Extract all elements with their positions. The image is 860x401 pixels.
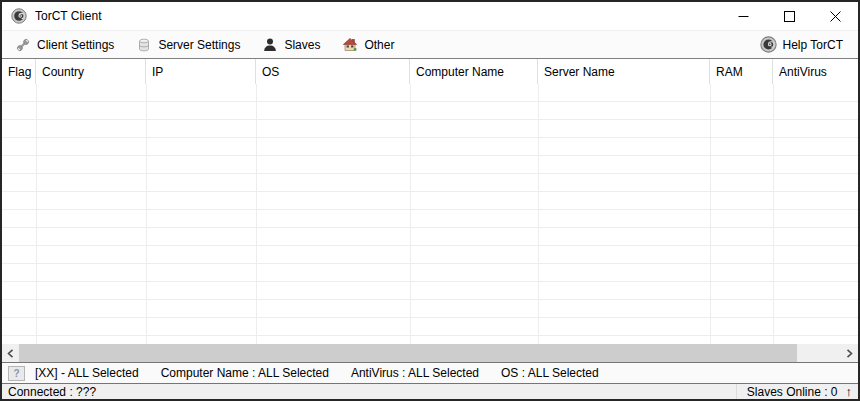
column-gridline: [146, 84, 147, 344]
torct-logo-icon: [11, 8, 27, 24]
slaves-online-count: Slaves Online : 0: [747, 385, 838, 399]
connected-status: Connected : ???: [8, 385, 96, 399]
help-torct-button[interactable]: Help TorCT: [753, 33, 850, 56]
other-label: Other: [364, 38, 394, 52]
column-gridline: [410, 84, 411, 344]
window-title: TorCT Client: [35, 9, 101, 23]
filter-xx: [XX] - ALL Selected: [35, 366, 139, 380]
server-settings-label: Server Settings: [158, 38, 240, 52]
other-button[interactable]: Other: [335, 34, 401, 56]
close-button[interactable]: [812, 2, 858, 30]
window-controls: [720, 2, 858, 30]
filter-os: OS : ALL Selected: [501, 366, 599, 380]
maximize-button[interactable]: [766, 2, 812, 30]
table-header: Flag Country IP OS Computer Name Server …: [2, 59, 858, 84]
column-gridline: [538, 84, 539, 344]
database-icon: [136, 37, 152, 53]
column-header-computer-name[interactable]: Computer Name: [410, 59, 538, 84]
column-header-ram[interactable]: RAM: [710, 59, 773, 84]
status-bar: Connected : ??? Slaves Online : 0 ↑: [2, 383, 858, 399]
column-gridline: [36, 84, 37, 344]
server-settings-button[interactable]: Server Settings: [129, 34, 247, 56]
filter-computer-name: Computer Name : ALL Selected: [161, 366, 329, 380]
slaves-online-panel: Slaves Online : 0 ↑: [736, 384, 852, 399]
minimize-button[interactable]: [720, 2, 766, 30]
horizontal-scrollbar[interactable]: [2, 344, 858, 362]
slaves-table-body: [2, 84, 858, 344]
column-gridline: [710, 84, 711, 344]
column-header-country[interactable]: Country: [36, 59, 146, 84]
client-settings-button[interactable]: Client Settings: [8, 34, 121, 56]
scrollbar-thumb[interactable]: [19, 344, 797, 362]
help-question-button[interactable]: ?: [8, 366, 25, 381]
slaves-label: Slaves: [284, 38, 320, 52]
column-header-antivirus[interactable]: AntiVirus: [773, 59, 858, 84]
torct-logo-icon: [760, 36, 777, 53]
column-gridline: [256, 84, 257, 344]
house-icon: [342, 37, 358, 53]
slaves-button[interactable]: Slaves: [255, 34, 327, 56]
scroll-left-button[interactable]: [2, 344, 19, 362]
help-torct-label: Help TorCT: [783, 38, 843, 52]
column-header-flag[interactable]: Flag: [2, 59, 36, 84]
filter-antivirus: AntiVirus : ALL Selected: [351, 366, 479, 380]
scroll-right-button[interactable]: [841, 344, 858, 362]
toolbar: Client Settings Server Settings Slaves: [2, 30, 858, 59]
titlebar[interactable]: TorCT Client: [2, 2, 858, 30]
up-arrow-icon: ↑: [846, 385, 853, 398]
column-gridline: [773, 84, 774, 344]
torct-client-window: TorCT Client: [0, 0, 860, 401]
column-header-server-name[interactable]: Server Name: [538, 59, 710, 84]
column-header-ip[interactable]: IP: [146, 59, 256, 84]
wrench-icon: [15, 37, 31, 53]
client-settings-label: Client Settings: [37, 38, 114, 52]
person-icon: [262, 37, 278, 53]
filter-strip: ? [XX] - ALL Selected Computer Name : AL…: [2, 362, 858, 383]
column-header-os[interactable]: OS: [256, 59, 410, 84]
